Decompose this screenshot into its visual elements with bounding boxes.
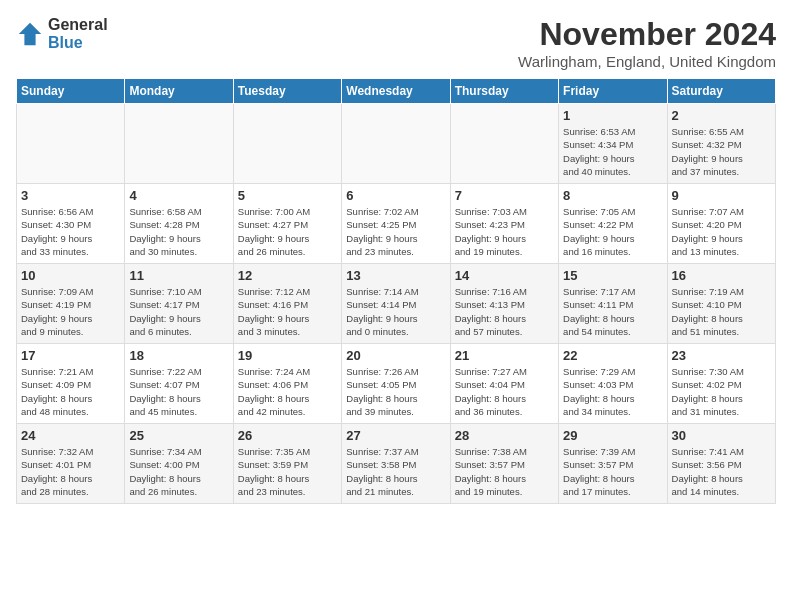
day-info: Sunrise: 7:09 AM Sunset: 4:19 PM Dayligh…: [21, 285, 120, 338]
day-number: 10: [21, 268, 120, 283]
day-number: 29: [563, 428, 662, 443]
calendar-cell: 25Sunrise: 7:34 AM Sunset: 4:00 PM Dayli…: [125, 424, 233, 504]
calendar-cell: 16Sunrise: 7:19 AM Sunset: 4:10 PM Dayli…: [667, 264, 775, 344]
day-info: Sunrise: 7:03 AM Sunset: 4:23 PM Dayligh…: [455, 205, 554, 258]
day-number: 22: [563, 348, 662, 363]
day-number: 16: [672, 268, 771, 283]
day-info: Sunrise: 7:27 AM Sunset: 4:04 PM Dayligh…: [455, 365, 554, 418]
day-number: 18: [129, 348, 228, 363]
day-info: Sunrise: 7:14 AM Sunset: 4:14 PM Dayligh…: [346, 285, 445, 338]
calendar-cell: 1Sunrise: 6:53 AM Sunset: 4:34 PM Daylig…: [559, 104, 667, 184]
calendar-cell: 6Sunrise: 7:02 AM Sunset: 4:25 PM Daylig…: [342, 184, 450, 264]
calendar-cell: 19Sunrise: 7:24 AM Sunset: 4:06 PM Dayli…: [233, 344, 341, 424]
day-number: 4: [129, 188, 228, 203]
title-block: November 2024 Warlingham, England, Unite…: [518, 16, 776, 70]
location: Warlingham, England, United Kingdom: [518, 53, 776, 70]
calendar-cell: 29Sunrise: 7:39 AM Sunset: 3:57 PM Dayli…: [559, 424, 667, 504]
weekday-header-thursday: Thursday: [450, 79, 558, 104]
day-number: 17: [21, 348, 120, 363]
day-number: 15: [563, 268, 662, 283]
day-info: Sunrise: 7:16 AM Sunset: 4:13 PM Dayligh…: [455, 285, 554, 338]
calendar-table: SundayMondayTuesdayWednesdayThursdayFrid…: [16, 78, 776, 504]
calendar-cell: 22Sunrise: 7:29 AM Sunset: 4:03 PM Dayli…: [559, 344, 667, 424]
day-info: Sunrise: 7:22 AM Sunset: 4:07 PM Dayligh…: [129, 365, 228, 418]
month-title: November 2024: [518, 16, 776, 53]
day-info: Sunrise: 7:35 AM Sunset: 3:59 PM Dayligh…: [238, 445, 337, 498]
logo-text: General Blue: [48, 16, 108, 51]
day-number: 27: [346, 428, 445, 443]
day-number: 28: [455, 428, 554, 443]
day-info: Sunrise: 7:32 AM Sunset: 4:01 PM Dayligh…: [21, 445, 120, 498]
day-info: Sunrise: 6:53 AM Sunset: 4:34 PM Dayligh…: [563, 125, 662, 178]
calendar-cell: 9Sunrise: 7:07 AM Sunset: 4:20 PM Daylig…: [667, 184, 775, 264]
calendar-cell: 10Sunrise: 7:09 AM Sunset: 4:19 PM Dayli…: [17, 264, 125, 344]
logo-general-text: General: [48, 16, 108, 34]
calendar-cell: 14Sunrise: 7:16 AM Sunset: 4:13 PM Dayli…: [450, 264, 558, 344]
day-number: 21: [455, 348, 554, 363]
day-number: 11: [129, 268, 228, 283]
logo-blue-text: Blue: [48, 34, 108, 52]
day-number: 30: [672, 428, 771, 443]
day-info: Sunrise: 7:00 AM Sunset: 4:27 PM Dayligh…: [238, 205, 337, 258]
calendar-week-4: 17Sunrise: 7:21 AM Sunset: 4:09 PM Dayli…: [17, 344, 776, 424]
calendar-cell: 12Sunrise: 7:12 AM Sunset: 4:16 PM Dayli…: [233, 264, 341, 344]
calendar-cell: 8Sunrise: 7:05 AM Sunset: 4:22 PM Daylig…: [559, 184, 667, 264]
calendar-cell: 5Sunrise: 7:00 AM Sunset: 4:27 PM Daylig…: [233, 184, 341, 264]
calendar-cell: [125, 104, 233, 184]
calendar-cell: 4Sunrise: 6:58 AM Sunset: 4:28 PM Daylig…: [125, 184, 233, 264]
day-info: Sunrise: 7:19 AM Sunset: 4:10 PM Dayligh…: [672, 285, 771, 338]
day-info: Sunrise: 7:39 AM Sunset: 3:57 PM Dayligh…: [563, 445, 662, 498]
day-number: 25: [129, 428, 228, 443]
calendar-cell: 23Sunrise: 7:30 AM Sunset: 4:02 PM Dayli…: [667, 344, 775, 424]
day-number: 13: [346, 268, 445, 283]
day-info: Sunrise: 7:41 AM Sunset: 3:56 PM Dayligh…: [672, 445, 771, 498]
day-number: 12: [238, 268, 337, 283]
day-number: 26: [238, 428, 337, 443]
calendar-week-3: 10Sunrise: 7:09 AM Sunset: 4:19 PM Dayli…: [17, 264, 776, 344]
day-info: Sunrise: 7:17 AM Sunset: 4:11 PM Dayligh…: [563, 285, 662, 338]
calendar-cell: 3Sunrise: 6:56 AM Sunset: 4:30 PM Daylig…: [17, 184, 125, 264]
day-info: Sunrise: 7:05 AM Sunset: 4:22 PM Dayligh…: [563, 205, 662, 258]
calendar-cell: 18Sunrise: 7:22 AM Sunset: 4:07 PM Dayli…: [125, 344, 233, 424]
day-info: Sunrise: 7:02 AM Sunset: 4:25 PM Dayligh…: [346, 205, 445, 258]
day-info: Sunrise: 7:12 AM Sunset: 4:16 PM Dayligh…: [238, 285, 337, 338]
calendar-cell: 17Sunrise: 7:21 AM Sunset: 4:09 PM Dayli…: [17, 344, 125, 424]
calendar-cell: [17, 104, 125, 184]
day-number: 6: [346, 188, 445, 203]
day-info: Sunrise: 7:10 AM Sunset: 4:17 PM Dayligh…: [129, 285, 228, 338]
day-number: 1: [563, 108, 662, 123]
weekday-header-saturday: Saturday: [667, 79, 775, 104]
day-info: Sunrise: 6:55 AM Sunset: 4:32 PM Dayligh…: [672, 125, 771, 178]
svg-marker-0: [19, 22, 41, 44]
weekday-header-sunday: Sunday: [17, 79, 125, 104]
day-number: 2: [672, 108, 771, 123]
calendar-cell: 11Sunrise: 7:10 AM Sunset: 4:17 PM Dayli…: [125, 264, 233, 344]
calendar-cell: 26Sunrise: 7:35 AM Sunset: 3:59 PM Dayli…: [233, 424, 341, 504]
day-number: 8: [563, 188, 662, 203]
logo: General Blue: [16, 16, 108, 51]
day-number: 19: [238, 348, 337, 363]
day-number: 9: [672, 188, 771, 203]
day-number: 14: [455, 268, 554, 283]
calendar-cell: 13Sunrise: 7:14 AM Sunset: 4:14 PM Dayli…: [342, 264, 450, 344]
calendar-cell: 27Sunrise: 7:37 AM Sunset: 3:58 PM Dayli…: [342, 424, 450, 504]
calendar-cell: [233, 104, 341, 184]
calendar-week-1: 1Sunrise: 6:53 AM Sunset: 4:34 PM Daylig…: [17, 104, 776, 184]
day-info: Sunrise: 7:29 AM Sunset: 4:03 PM Dayligh…: [563, 365, 662, 418]
calendar-cell: 28Sunrise: 7:38 AM Sunset: 3:57 PM Dayli…: [450, 424, 558, 504]
calendar-cell: [342, 104, 450, 184]
calendar-cell: 2Sunrise: 6:55 AM Sunset: 4:32 PM Daylig…: [667, 104, 775, 184]
page-header: General Blue November 2024 Warlingham, E…: [16, 16, 776, 70]
day-info: Sunrise: 7:24 AM Sunset: 4:06 PM Dayligh…: [238, 365, 337, 418]
day-number: 23: [672, 348, 771, 363]
calendar-cell: 21Sunrise: 7:27 AM Sunset: 4:04 PM Dayli…: [450, 344, 558, 424]
day-number: 20: [346, 348, 445, 363]
day-number: 3: [21, 188, 120, 203]
day-info: Sunrise: 7:30 AM Sunset: 4:02 PM Dayligh…: [672, 365, 771, 418]
day-info: Sunrise: 6:58 AM Sunset: 4:28 PM Dayligh…: [129, 205, 228, 258]
day-info: Sunrise: 7:34 AM Sunset: 4:00 PM Dayligh…: [129, 445, 228, 498]
calendar-cell: 15Sunrise: 7:17 AM Sunset: 4:11 PM Dayli…: [559, 264, 667, 344]
weekday-header-friday: Friday: [559, 79, 667, 104]
weekday-header-monday: Monday: [125, 79, 233, 104]
day-info: Sunrise: 6:56 AM Sunset: 4:30 PM Dayligh…: [21, 205, 120, 258]
